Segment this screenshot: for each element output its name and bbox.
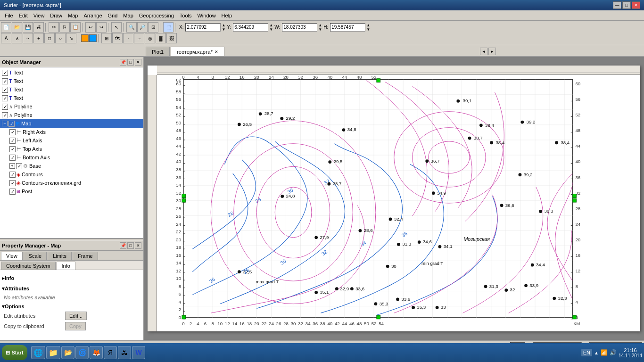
tree-item-right-axis[interactable]: ✓ ⊢ Right Axis <box>0 128 143 136</box>
tree-item-map[interactable]: − ✓ ⊞ Map <box>0 119 143 128</box>
checkbox-text4[interactable]: ✓ <box>2 95 8 101</box>
tb2-b2[interactable]: ∧ <box>12 33 22 43</box>
tb2-b5[interactable]: □ <box>44 33 55 43</box>
tb2-b7[interactable]: ∿ <box>66 33 76 43</box>
menu-edit[interactable]: Edit <box>16 12 31 19</box>
tree-item-post[interactable]: ✓ ⊞ Post <box>0 187 143 196</box>
new-button[interactable]: 📄 <box>1 22 11 33</box>
tb2-b6[interactable]: ○ <box>55 33 66 43</box>
panel-close[interactable]: ✕ <box>135 59 141 66</box>
tree-item-bottom-axis[interactable]: ✓ ⊢ Bottom Axis <box>0 153 143 162</box>
checkbox-poly1[interactable]: ✓ <box>2 104 8 110</box>
tree-item-text1[interactable]: ✓ T Text <box>0 68 143 77</box>
tb2-image[interactable]: 🖼 <box>166 33 177 43</box>
menu-map2[interactable]: Map <box>120 12 136 19</box>
tab-view[interactable]: View <box>1 252 23 260</box>
checkbox-contours-grd[interactable]: ✓ <box>9 180 16 186</box>
expand-map[interactable]: − <box>2 121 8 126</box>
x-spinup[interactable]: ▲▼ <box>222 23 225 32</box>
cut-button[interactable]: ✂ <box>49 22 59 33</box>
taskbar-explorer[interactable]: 📁 <box>46 346 60 359</box>
tb2-map[interactable]: 🗺 <box>112 33 123 43</box>
tab-close-geoterm[interactable]: ✕ <box>215 49 218 54</box>
checkbox-top-axis[interactable]: ✓ <box>9 146 16 152</box>
tree-item-left-axis[interactable]: ✓ ⊢ Left Axis <box>0 136 143 145</box>
tab-limits[interactable]: Limits <box>48 252 72 260</box>
tb2-b3[interactable]: ~ <box>23 33 33 43</box>
menu-geoprocessing[interactable]: Geoprocessing <box>136 12 177 19</box>
tree-item-text4[interactable]: ✓ T Text <box>0 94 143 102</box>
tree-item-poly1[interactable]: ✓ ∧ Polyline <box>0 102 143 111</box>
taskbar-network[interactable]: 🖧 <box>118 346 131 359</box>
tab-geoterm[interactable]: геотерм.карта* ✕ <box>171 47 224 56</box>
checkbox-contours[interactable]: ✓ <box>9 172 16 178</box>
tree-item-text3[interactable]: ✓ T Text <box>0 85 143 94</box>
checkbox-post[interactable]: ✓ <box>9 189 16 195</box>
menu-window[interactable]: Window <box>194 12 218 19</box>
tab-scroll-left[interactable]: ◄ <box>480 48 487 55</box>
checkbox-map[interactable]: ✓ <box>8 121 15 127</box>
tree-item-contours[interactable]: ✓ ◈ Contours <box>0 170 143 179</box>
zoom-fit-button[interactable]: ⊡ <box>148 22 158 33</box>
pm-float[interactable]: □ <box>127 242 134 249</box>
tray-arrow[interactable]: ▲ <box>594 350 599 355</box>
hscrollbar[interactable]: ◄ ► <box>144 340 644 340</box>
tb2-b1[interactable]: A <box>1 33 11 43</box>
taskbar-yandex[interactable]: Я <box>104 346 117 359</box>
taskbar-files[interactable]: 📂 <box>61 346 74 359</box>
expand-base[interactable]: + <box>9 163 15 169</box>
tree-item-contours-grd[interactable]: ✓ ◈ Contours-отклонения.grd <box>0 179 143 187</box>
undo-button[interactable]: ↩ <box>85 22 96 33</box>
redo-button[interactable]: ↪ <box>96 22 107 33</box>
tab-scroll-right[interactable]: ► <box>488 48 496 55</box>
w-input[interactable] <box>282 23 317 32</box>
checkbox-right-axis[interactable]: ✓ <box>9 129 16 135</box>
save-button[interactable]: 💾 <box>23 22 33 33</box>
h-spinup[interactable]: ▲▼ <box>366 23 370 32</box>
menu-arrange[interactable]: Arrange <box>81 12 105 19</box>
checkbox-text2[interactable]: ✓ <box>2 78 8 84</box>
edit-attrs-button[interactable]: Edit... <box>65 312 87 320</box>
select-button[interactable]: ↖ <box>111 22 122 33</box>
close-button[interactable]: ✕ <box>632 1 640 9</box>
menu-help[interactable]: Help <box>219 12 235 19</box>
tb2-contour[interactable]: ◎ <box>145 33 155 43</box>
zoom-in-button[interactable]: 🔍 <box>126 22 137 33</box>
start-button[interactable]: ⊞ Start <box>2 345 27 360</box>
taskbar-firefox[interactable]: 🦊 <box>90 346 103 359</box>
taskbar-word[interactable]: W <box>132 346 145 359</box>
tb2-b4[interactable]: + <box>33 33 44 43</box>
tb2-grid[interactable]: ⊞ <box>101 33 112 43</box>
print-button[interactable]: 🖨 <box>33 22 44 33</box>
copy-button[interactable]: ⎘ <box>59 22 70 33</box>
y-spinup[interactable]: ▲▼ <box>269 23 273 32</box>
open-button[interactable]: 📂 <box>12 22 22 33</box>
menu-tools[interactable]: Tools <box>177 12 195 19</box>
minimize-button[interactable]: — <box>613 1 621 9</box>
panel-pin[interactable]: 📌 <box>120 59 126 66</box>
checkbox-text1[interactable]: ✓ <box>2 70 8 76</box>
tb2-vector[interactable]: → <box>134 33 144 43</box>
checkbox-left-axis[interactable]: ✓ <box>9 138 16 144</box>
x-input[interactable] <box>185 23 221 32</box>
menu-map[interactable]: Map <box>65 12 81 19</box>
checkbox-text3[interactable]: ✓ <box>2 87 8 93</box>
canvas-scroll[interactable]: /* ticks drawn inline */ <box>144 57 644 340</box>
maximize-button[interactable]: □ <box>622 1 631 9</box>
tree-item-base[interactable]: + ✓ ⚙ Base <box>0 162 143 170</box>
tb2-color1[interactable] <box>81 34 89 42</box>
copy-clipboard-button[interactable]: Copy <box>65 322 86 330</box>
checkbox-bottom-axis[interactable]: ✓ <box>9 155 16 161</box>
pm-pin[interactable]: 📌 <box>120 242 126 249</box>
taskbar-ie[interactable]: 🌐 <box>31 346 45 359</box>
zoom-out-button[interactable]: 🔎 <box>137 22 148 33</box>
menu-grid[interactable]: Grid <box>105 12 121 19</box>
h-input[interactable] <box>330 23 365 32</box>
menu-view[interactable]: View <box>31 12 48 19</box>
checkbox-base[interactable]: ✓ <box>16 163 22 169</box>
pm-close[interactable]: ✕ <box>135 242 141 249</box>
tb2-post[interactable]: · <box>123 33 133 43</box>
tree-item-text2[interactable]: ✓ T Text <box>0 77 143 85</box>
checkbox-poly2[interactable]: ✓ <box>2 112 8 118</box>
tab-scale[interactable]: Scale <box>24 252 47 260</box>
